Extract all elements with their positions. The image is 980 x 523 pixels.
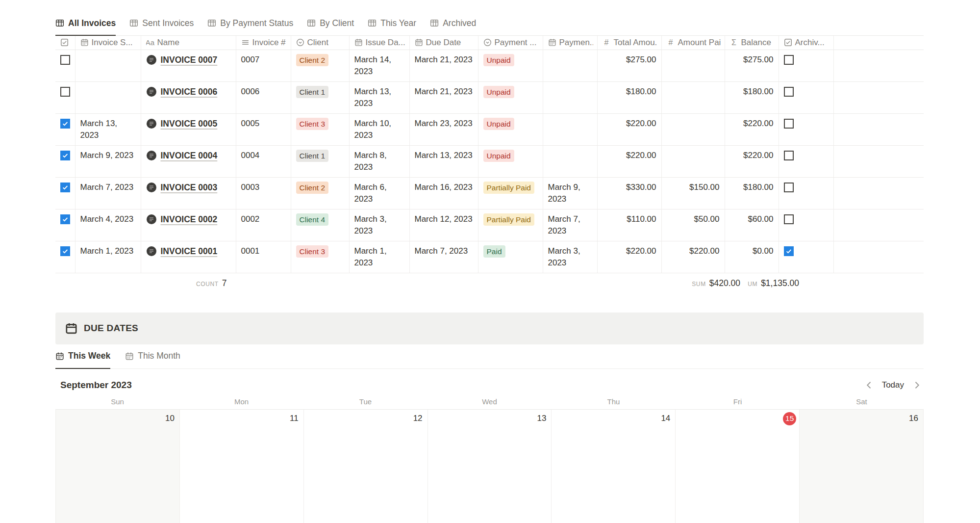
cell-payment-status[interactable]: Unpaid [478, 81, 543, 113]
cell-amount-paid[interactable] [661, 81, 725, 113]
cell-client[interactable]: Client 1 [291, 81, 349, 113]
cell-payment-date[interactable]: March 7, 2023 [543, 209, 597, 241]
cell-invoice-sent[interactable]: March 1, 2023 [75, 241, 141, 273]
cell-total-amount[interactable]: $180.00 [597, 81, 661, 113]
cell-due-date[interactable]: March 21, 2023 [409, 50, 478, 81]
archived-checkbox[interactable] [784, 151, 794, 160]
calendar-day-cell[interactable]: 12 [304, 410, 428, 523]
client-tag[interactable]: Client 4 [296, 213, 329, 226]
cell-balance[interactable]: $60.00 [725, 209, 779, 241]
cell-select[interactable] [55, 81, 75, 113]
cell-client[interactable]: Client 1 [291, 145, 349, 177]
cell-balance[interactable]: $220.00 [725, 145, 779, 177]
archived-checkbox[interactable] [784, 87, 794, 97]
cell-balance[interactable]: $220.00 [725, 113, 779, 145]
cell-balance[interactable]: $180.00 [725, 177, 779, 209]
cell-name[interactable]: INVOICE 0004 [141, 145, 236, 177]
calendar-next-icon[interactable] [912, 380, 922, 390]
row-select-checkbox[interactable] [60, 151, 70, 160]
cell-select[interactable] [55, 241, 75, 273]
row-select-checkbox[interactable] [60, 246, 70, 256]
cell-issue-date[interactable]: March 6, 2023 [349, 177, 409, 209]
cell-payment-date[interactable] [543, 145, 597, 177]
cell-archived[interactable] [779, 50, 833, 81]
cell-invoice-sent[interactable] [75, 50, 141, 81]
invoice-page-link[interactable]: INVOICE 0005 [161, 118, 218, 130]
cell-issue-date[interactable]: March 13, 2023 [349, 81, 409, 113]
cell-balance[interactable]: $275.00 [725, 50, 779, 81]
cell-amount-paid[interactable]: $150.00 [661, 177, 725, 209]
cell-amount-paid[interactable]: $50.00 [661, 209, 725, 241]
cell-name[interactable]: INVOICE 0003 [141, 177, 236, 209]
cell-issue-date[interactable]: March 14, 2023 [349, 50, 409, 81]
column-header-invoice_sent[interactable]: Invoice S... [75, 36, 141, 50]
calendar-day-cell[interactable]: 14 [552, 410, 676, 523]
cell-invoice-sent[interactable]: March 13, 2023 [75, 113, 141, 145]
column-header-balance[interactable]: ΣBalance [725, 36, 779, 50]
cell-archived[interactable] [779, 145, 833, 177]
archived-checkbox[interactable] [784, 246, 794, 256]
cell-total-amount[interactable]: $220.00 [597, 145, 661, 177]
cell-payment-date[interactable]: March 3, 2023 [543, 241, 597, 273]
row-select-checkbox[interactable] [60, 183, 70, 192]
row-select-checkbox[interactable] [60, 119, 70, 129]
cell-invoice-number[interactable]: 0006 [236, 81, 291, 113]
client-tag[interactable]: Client 1 [296, 150, 329, 162]
cell-invoice-number[interactable]: 0004 [236, 145, 291, 177]
cell-total-amount[interactable]: $275.00 [597, 50, 661, 81]
view-tab-by-payment-status[interactable]: By Payment Status [207, 11, 293, 36]
calendar-day-cell[interactable]: 13 [428, 410, 552, 523]
archived-checkbox[interactable] [784, 183, 794, 192]
column-header-payment_status[interactable]: Payment ... [478, 36, 543, 50]
cell-issue-date[interactable]: March 3, 2023 [349, 209, 409, 241]
cell-payment-status[interactable]: Paid [478, 241, 543, 273]
column-header-archived[interactable]: Archiv... [779, 36, 833, 50]
cell-due-date[interactable]: March 16, 2023 [409, 177, 478, 209]
client-tag[interactable]: Client 3 [296, 245, 329, 258]
cell-payment-status[interactable]: Unpaid [478, 50, 543, 81]
row-select-checkbox[interactable] [60, 214, 70, 224]
column-header-invoice_number[interactable]: Invoice # [236, 36, 291, 50]
client-tag[interactable]: Client 1 [296, 86, 329, 98]
cell-select[interactable] [55, 113, 75, 145]
view-tab-this-year[interactable]: This Year [368, 11, 416, 36]
cell-name[interactable]: INVOICE 0006 [141, 81, 236, 113]
payment-status-tag[interactable]: Partially Paid [483, 213, 534, 226]
view-tab-sent-invoices[interactable]: Sent Invoices [129, 11, 194, 36]
cell-payment-status[interactable]: Unpaid [478, 145, 543, 177]
cell-total-amount[interactable]: $330.00 [597, 177, 661, 209]
cell-invoice-number[interactable]: 0001 [236, 241, 291, 273]
invoice-page-link[interactable]: INVOICE 0003 [161, 182, 218, 193]
balance-sum-calc[interactable]: UM $1,135.00 [748, 278, 799, 288]
payment-status-tag[interactable]: Paid [483, 245, 505, 258]
cell-archived[interactable] [779, 81, 833, 113]
cell-payment-status[interactable]: Unpaid [478, 113, 543, 145]
cell-balance[interactable]: $0.00 [725, 241, 779, 273]
cell-invoice-number[interactable]: 0003 [236, 177, 291, 209]
cell-select[interactable] [55, 209, 75, 241]
cell-total-amount[interactable]: $110.00 [597, 209, 661, 241]
invoice-page-link[interactable]: INVOICE 0001 [161, 245, 218, 257]
cell-payment-status[interactable]: Partially Paid [478, 177, 543, 209]
cell-payment-status[interactable]: Partially Paid [478, 209, 543, 241]
calendar-day-cell[interactable]: 15 [676, 410, 800, 523]
cell-archived[interactable] [779, 113, 833, 145]
cell-archived[interactable] [779, 241, 833, 273]
invoice-page-link[interactable]: INVOICE 0004 [161, 150, 218, 161]
payment-status-tag[interactable]: Partially Paid [483, 182, 534, 194]
cell-archived[interactable] [779, 177, 833, 209]
cell-client[interactable]: Client 2 [291, 177, 349, 209]
amount-paid-sum-calc[interactable]: SUM $420.00 [692, 278, 740, 288]
payment-status-tag[interactable]: Unpaid [483, 150, 514, 162]
cell-total-amount[interactable]: $220.00 [597, 113, 661, 145]
client-tag[interactable]: Client 2 [296, 182, 329, 194]
cell-select[interactable] [55, 50, 75, 81]
cell-invoice-sent[interactable]: March 9, 2023 [75, 145, 141, 177]
cell-due-date[interactable]: March 21, 2023 [409, 81, 478, 113]
cell-payment-date[interactable] [543, 50, 597, 81]
cell-issue-date[interactable]: March 1, 2023 [349, 241, 409, 273]
count-calc[interactable]: COUNT 7 [196, 278, 226, 288]
view-tab-archived[interactable]: Archived [430, 11, 476, 36]
column-header-due_date[interactable]: Due Date [409, 36, 478, 50]
cell-name[interactable]: INVOICE 0007 [141, 50, 236, 81]
